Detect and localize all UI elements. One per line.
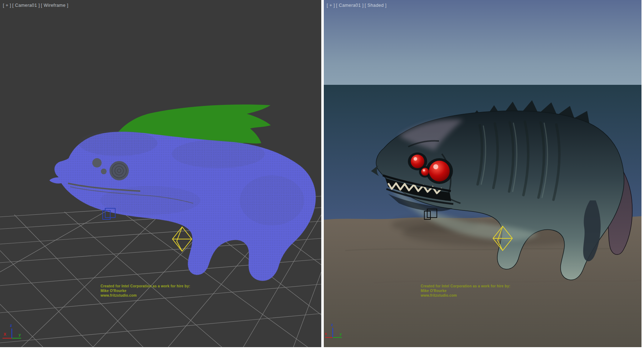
viewport-splitter[interactable] [321, 0, 324, 347]
fish-eye-small [421, 168, 429, 176]
credit-text: Created for Intel Corporation as a work … [101, 284, 190, 298]
shading-menu-button[interactable]: [ Wireframe ] [41, 3, 68, 8]
viewport-label-right: [ + ][ Camera01 ][ Shaded ] [327, 3, 387, 8]
axis-z-label: z [331, 322, 333, 327]
sky [324, 0, 641, 85]
viewport-shaded[interactable]: x z y [ + ][ Camera01 ][ Shaded ] Create… [324, 0, 641, 347]
axis-x-label: x [325, 331, 327, 336]
camera-menu-button[interactable]: [ Camera01 ] [12, 3, 40, 8]
canvas-border-right [641, 0, 644, 350]
wireframe-shading-patch [240, 175, 304, 225]
axis-y-label: y [19, 332, 21, 337]
fish-eye-small [92, 158, 102, 167]
fish-eye-large-wireframe [109, 161, 129, 180]
fish-eye-medium [411, 155, 424, 168]
viewport-menu-button[interactable]: [ + ] [327, 3, 335, 8]
axis-x-label: X [4, 332, 6, 336]
canvas-border-bottom [0, 347, 644, 350]
camera-menu-button[interactable]: [ Camera01 ] [336, 3, 364, 8]
credit-text: Created for Intel Corporation as a work … [421, 284, 510, 298]
axis-y-label: y [340, 332, 342, 336]
wireframe-shading-patch [172, 140, 265, 168]
fish-eye-tiny [101, 169, 107, 174]
viewport-wireframe[interactable]: X z y [ + ][ Camera01 ][ Wireframe ] Cre… [0, 0, 321, 347]
axis-tripod: X z y [3, 323, 21, 338]
shading-menu-button[interactable]: [ Shaded ] [365, 3, 386, 8]
viewport-menu-button[interactable]: [ + ] [3, 3, 11, 8]
dual-viewport-canvas: X z y [ + ][ Camera01 ][ Wireframe ] Cre… [0, 0, 644, 350]
axis-z-label: z [10, 323, 12, 327]
fish-eye-large [429, 161, 450, 181]
wireframe-fish-body[interactable] [49, 130, 316, 281]
viewport-label-left: [ + ][ Camera01 ][ Wireframe ] [3, 3, 69, 8]
wireframe-shading-patch [79, 130, 157, 156]
